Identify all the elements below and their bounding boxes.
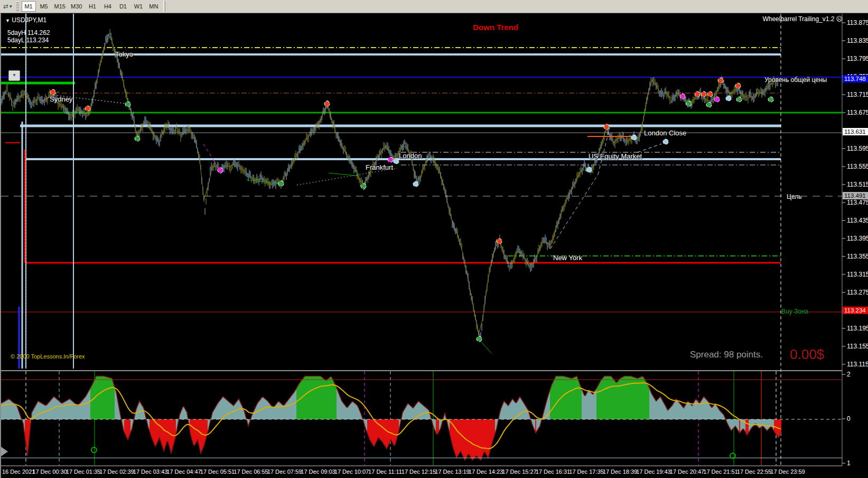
time-tick-label: 17 Dec 04:47 <box>166 468 201 475</box>
signal-marker <box>695 91 700 97</box>
time-tick-label: 16 Dec 2021 <box>2 468 35 475</box>
trend-segment <box>479 339 491 353</box>
time-tick-label: 17 Dec 17:35 <box>569 468 603 475</box>
time-tick-label: 17 Dec 10:07 <box>334 468 369 475</box>
time-tick-label: 17 Dec 22:55 <box>737 468 771 475</box>
trend-segment <box>638 144 661 152</box>
price-tick-label: 113.475 <box>847 199 868 206</box>
price-tick-label: 113.835 <box>847 37 868 44</box>
toolbar-grip[interactable] <box>16 2 19 11</box>
chevron-down-icon[interactable]: ▾ <box>10 4 12 9</box>
symbol-label: USDJPY,M1 <box>12 16 46 24</box>
signal-marker <box>663 139 668 144</box>
profit-label: 0.00$ <box>790 346 824 363</box>
price-badge: 113.491 <box>843 192 868 199</box>
time-tick-label: 17 Dec 00:30 <box>32 468 67 475</box>
time-tick-label: 17 Dec 12:15 <box>402 468 436 475</box>
time-tick-label: 17 Dec 09:03 <box>301 468 335 475</box>
chart-shift-icon[interactable]: ⇄ <box>3 3 8 10</box>
price-tick-label: 113.155 <box>847 343 868 350</box>
time-tick-label: 17 Dec 23:59 <box>770 468 805 475</box>
symbol-title: ▼ USDJPY,M1 <box>5 16 46 24</box>
chart-region: ▼ USDJPY,M1 5dayH 114.262 5dayL 113.234 … <box>0 13 868 478</box>
signal-marker <box>278 181 284 186</box>
five-day-low-label: 5dayL 113.234 <box>7 36 49 44</box>
signal-marker <box>394 159 399 164</box>
signal-marker <box>714 97 720 102</box>
signal-marker <box>680 94 685 99</box>
chart-object-button[interactable]: ▾ <box>8 70 20 81</box>
signal-marker <box>707 91 713 97</box>
five-day-high-label: 5dayH 114.262 <box>7 29 50 36</box>
trend-segment <box>598 128 610 174</box>
price-badge: 113.234 <box>843 307 868 314</box>
toolbar: ⇄ ▾ M1M5M15M30H1H4D1W1MN <box>0 0 868 13</box>
price-tick-label: 113.195 <box>847 325 868 332</box>
signal-marker <box>50 89 55 95</box>
timeframe-button-W1[interactable]: W1 <box>131 1 145 12</box>
timeframe-button-D1[interactable]: D1 <box>116 1 130 12</box>
toolbar-separator <box>163 1 165 12</box>
panel-marker <box>91 447 97 453</box>
signal-marker <box>631 135 637 140</box>
timeframe-button-M15[interactable]: M15 <box>52 1 68 12</box>
time-tick-label: 17 Dec 02:39 <box>99 468 134 475</box>
signal-marker <box>324 101 330 106</box>
timeframe-button-H4[interactable]: H4 <box>100 1 115 12</box>
price-tick-label: 113.675 <box>847 109 868 116</box>
price-tick-label: 113.795 <box>847 55 868 62</box>
copyright-label: © 2000 TopLessons.In/Forex <box>11 353 85 360</box>
time-tick-label: 17 Dec 21:51 <box>703 468 738 475</box>
signal-marker <box>388 157 393 162</box>
price-tick-label: 113.555 <box>847 163 868 170</box>
time-tick-label: 17 Dec 07:59 <box>267 468 302 475</box>
time-tick-label: 17 Dec 14:23 <box>469 468 503 475</box>
timeframe-button-H1[interactable]: H1 <box>85 1 99 12</box>
timeframe-button-MN[interactable]: MN <box>146 1 161 12</box>
timeframe-button-M30[interactable]: M30 <box>69 1 84 12</box>
timeframe-button-M5[interactable]: M5 <box>37 1 51 12</box>
time-tick-label: 17 Dec 16:31 <box>536 468 570 475</box>
signal-marker <box>125 102 130 107</box>
time-tick-label: 17 Dec 11:11 <box>368 468 402 475</box>
symbol-dropdown-icon[interactable]: ▼ <box>5 18 10 23</box>
time-tick-label: 17 Dec 03:43 <box>133 468 167 475</box>
signal-marker <box>706 102 712 107</box>
spread-label: Spread: 98 points. <box>690 350 763 360</box>
signal-marker <box>604 124 609 130</box>
time-tick-label: 17 Dec 15:27 <box>502 468 536 475</box>
panel-resize-grip[interactable] <box>1 447 8 456</box>
signal-marker <box>477 336 482 342</box>
signal-marker <box>218 168 223 173</box>
signal-marker <box>701 91 706 97</box>
indicator-scale-label: 0 <box>847 415 851 422</box>
price-tick-label: 113.275 <box>847 289 868 296</box>
time-tick-label: 17 Dec 18:39 <box>603 468 637 475</box>
trend-status-label: Down Trend <box>473 23 518 32</box>
price-tick-label: 113.355 <box>847 253 868 260</box>
signal-marker <box>768 97 773 102</box>
signal-marker <box>85 106 90 111</box>
price-tick-label: 113.435 <box>847 217 868 224</box>
time-tick-label: 17 Dec 19:43 <box>636 468 670 475</box>
price-ma-line <box>1 38 774 334</box>
signal-marker <box>686 101 692 106</box>
signal-marker <box>586 167 592 172</box>
chart-canvas[interactable] <box>1 13 868 478</box>
signal-marker <box>361 183 366 189</box>
indicator-scale-label: 2 <box>847 371 851 378</box>
signal-marker <box>736 97 742 102</box>
price-badge: 113.631 <box>843 128 868 135</box>
time-tick-label: 17 Dec 20:47 <box>670 468 704 475</box>
price-tick-label: 113.875 <box>847 19 868 26</box>
timeframe-button-M1[interactable]: M1 <box>22 1 36 12</box>
mt4-window: ⇄ ▾ M1M5M15M30H1H4D1W1MN ▼ USDJPY,M1 5da… <box>0 0 868 478</box>
trend-segment <box>297 168 397 185</box>
trend-segment <box>550 174 598 249</box>
indicator-scale-label: 1 <box>847 459 851 467</box>
price-tick-label: 113.515 <box>847 181 868 188</box>
sad-face-icon: ☹ <box>836 15 843 23</box>
price-tick-label: 113.115 <box>847 361 868 368</box>
time-tick-label: 17 Dec 06:55 <box>234 468 268 475</box>
indicator-title: Wheelbarrel Trailing_v1.2☹ <box>762 15 843 23</box>
